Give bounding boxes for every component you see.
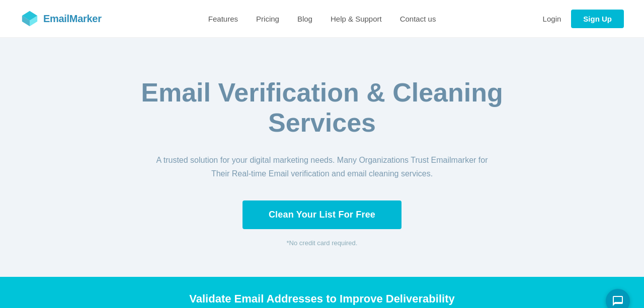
logo-text: EmailMarker: [43, 13, 102, 25]
logo-icon: [20, 9, 39, 28]
hero-subtitle: A trusted solution for your digital mark…: [151, 153, 493, 180]
header: EmailMarker Features Pricing Blog Help &…: [0, 0, 644, 38]
nav-actions: Login Sign Up: [543, 10, 624, 28]
hero-section: Email Verification & Cleaning Services A…: [0, 38, 644, 277]
cta-button[interactable]: Clean Your List For Free: [243, 200, 401, 229]
main-nav: Features Pricing Blog Help & Support Con…: [208, 15, 436, 23]
nav-item-contact[interactable]: Contact us: [400, 15, 436, 23]
logo[interactable]: EmailMarker: [20, 9, 102, 28]
signup-button[interactable]: Sign Up: [571, 10, 624, 28]
bottom-banner: Validate Email Addresses to Improve Deli…: [0, 277, 644, 308]
hero-title: Email Verification & Cleaning Services: [96, 78, 548, 138]
no-credit-card-text: *No credit card required.: [287, 239, 358, 247]
chat-button[interactable]: [606, 289, 630, 308]
chat-icon: [612, 295, 624, 307]
login-link[interactable]: Login: [543, 15, 561, 23]
nav-item-pricing[interactable]: Pricing: [256, 15, 279, 23]
nav-item-blog[interactable]: Blog: [297, 15, 312, 23]
nav-item-help-support[interactable]: Help & Support: [331, 15, 382, 23]
nav-item-features[interactable]: Features: [208, 15, 238, 23]
bottom-banner-text: Validate Email Addresses to Improve Deli…: [189, 292, 454, 305]
